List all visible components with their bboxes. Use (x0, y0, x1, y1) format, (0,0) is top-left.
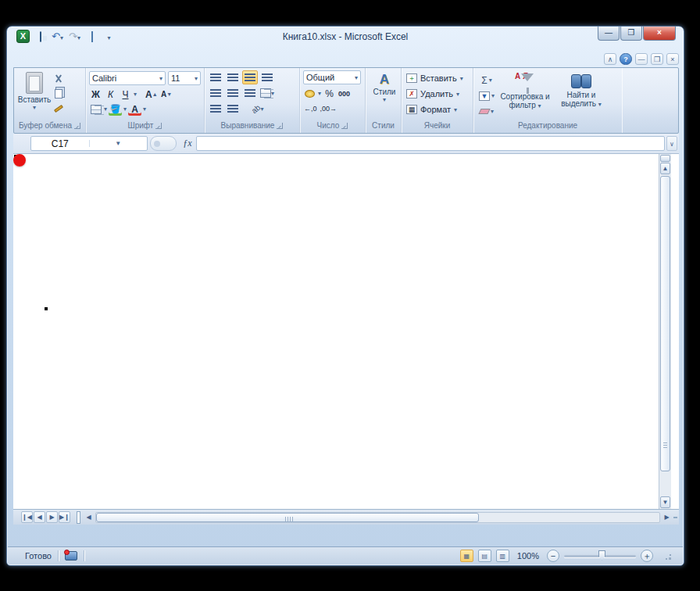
delete-cells-button[interactable]: ✗Удалить▾ (405, 86, 471, 102)
paste-button[interactable]: Вставить ▾ (17, 70, 52, 120)
clear-button[interactable]: ▾ (477, 105, 497, 118)
styles-button[interactable]: А Стили ▾ (369, 70, 400, 120)
decrease-indent-button[interactable] (208, 102, 223, 116)
format-cells-button[interactable]: ▦Формат▾ (405, 102, 471, 117)
expand-formula-bar-button[interactable]: ∨ (666, 136, 677, 151)
decrease-decimal-button[interactable]: ,00→ (320, 102, 338, 115)
number-format-combo[interactable]: Общий▾ (303, 70, 361, 84)
scroll-right-button[interactable]: ▶ (662, 512, 672, 523)
resize-grip[interactable] (662, 551, 672, 561)
minimize-button[interactable]: — (598, 27, 620, 41)
zoom-slider-track[interactable] (564, 555, 636, 557)
next-sheet-button[interactable]: ▶ (46, 511, 58, 523)
page-break-view-button[interactable]: ▥ (496, 550, 509, 562)
sheet-nav-buttons: ❙◀ ◀ ▶ ▶❙ (13, 510, 73, 525)
align-center-button[interactable] (225, 86, 241, 100)
close-button[interactable]: × (643, 27, 676, 41)
fill-button[interactable]: ▼▾ (477, 89, 497, 102)
zoom-level: 100% (517, 551, 539, 561)
scroll-up-button[interactable]: ▲ (660, 163, 670, 174)
font-color-button[interactable]: А (128, 102, 141, 116)
cells-group: ＋Вставить▾ ✗Удалить▾ ▦Формат▾ Ячейки (402, 68, 473, 133)
font-dialog-launcher[interactable] (155, 123, 162, 129)
underline-dropdown-arrow[interactable]: ▾ (134, 91, 137, 98)
prev-sheet-button[interactable]: ◀ (34, 511, 45, 523)
zoom-slider-thumb[interactable] (598, 550, 605, 561)
align-bottom-button[interactable] (242, 70, 258, 84)
align-left-icon (210, 89, 221, 91)
autosum-button[interactable]: Σ▾ (477, 73, 497, 87)
page-layout-view-button[interactable]: ▤ (478, 550, 491, 562)
copy-button[interactable] (52, 87, 66, 100)
insert-function-button[interactable]: ƒx (179, 138, 196, 149)
comma-style-button[interactable]: 000 (338, 87, 351, 100)
normal-view-button[interactable]: ▦ (460, 550, 473, 562)
accounting-dropdown-arrow[interactable]: ▾ (318, 90, 321, 97)
help-icon[interactable]: ? (620, 53, 632, 65)
format-painter-button[interactable] (52, 102, 66, 115)
zoom-in-button[interactable]: ＋ (641, 550, 653, 562)
underline-button[interactable]: Ч (119, 88, 132, 101)
name-box[interactable]: C17▼ (30, 136, 148, 151)
first-sheet-button[interactable]: ❙◀ (21, 511, 33, 523)
paste-label: Вставить (18, 95, 51, 104)
fill-color-button[interactable]: 🪣 (109, 102, 122, 116)
borders-dropdown-arrow[interactable]: ▾ (104, 106, 107, 113)
alignment-dialog-launcher[interactable] (277, 123, 283, 129)
align-top-icon (210, 73, 221, 75)
cut-button[interactable] (52, 72, 66, 85)
align-middle-button[interactable] (225, 70, 241, 84)
sheet-tabs-row: ❙◀ ◀ ▶ ▶❙ ◀ ▶ (13, 509, 679, 525)
sort-filter-button[interactable]: А Я Сортировка и фильтр ▾ (497, 70, 553, 118)
bold-button[interactable]: Ж (89, 88, 102, 101)
maximize-button[interactable]: ❒ (620, 27, 642, 41)
workbook-minimize-icon[interactable]: — (635, 53, 648, 65)
scroll-left-button[interactable]: ◀ (84, 512, 94, 523)
formula-input[interactable] (196, 136, 665, 151)
scrollbar-splitter[interactable] (673, 517, 677, 518)
font-name-combo[interactable]: Calibri▾ (89, 71, 166, 85)
orientation-button[interactable]: ab▾ (250, 102, 266, 116)
increase-indent-button[interactable] (225, 102, 241, 116)
vertical-scrollbar[interactable]: ▲ ▼ (659, 154, 671, 509)
macro-record-icon[interactable] (65, 551, 77, 561)
name-box-value: C17 (31, 138, 89, 149)
font-size-combo[interactable]: 11▾ (168, 71, 201, 85)
clipboard-dialog-launcher[interactable] (74, 123, 80, 129)
italic-button[interactable]: К (104, 88, 117, 101)
horizontal-scroll-track[interactable] (95, 512, 660, 523)
sigma-icon: Σ (481, 75, 487, 86)
align-left-button[interactable] (208, 86, 223, 100)
font-group-label: Шрифт (128, 121, 154, 130)
last-sheet-button[interactable]: ▶❙ (59, 511, 70, 523)
paste-dropdown-arrow[interactable]: ▾ (17, 104, 52, 111)
ribbon-tab-row: ∧ ? — ❒ × (13, 48, 679, 67)
fill-color-dropdown-arrow[interactable]: ▾ (123, 106, 127, 113)
number-dialog-launcher[interactable] (341, 123, 348, 129)
wrap-text-button[interactable] (259, 70, 275, 84)
percent-style-button[interactable]: % (323, 87, 336, 100)
scroll-down-button[interactable]: ▼ (660, 496, 670, 508)
zoom-out-button[interactable]: − (547, 550, 559, 562)
align-right-button[interactable] (242, 86, 258, 100)
insert-cells-button[interactable]: ＋Вставить▾ (405, 70, 471, 86)
grow-font-button[interactable]: А▲ (145, 88, 159, 101)
find-select-button[interactable]: Найти и выделить ▾ (553, 70, 609, 118)
collapse-ribbon-icon[interactable]: ∧ (604, 53, 616, 65)
workbook-restore-icon[interactable]: ❒ (651, 53, 663, 65)
vertical-scroll-thumb[interactable] (660, 176, 670, 471)
accounting-format-button[interactable] (303, 87, 316, 100)
shrink-font-button[interactable]: А▼ (160, 88, 173, 101)
merge-center-button[interactable]: ▾ (259, 86, 275, 100)
horizontal-scroll-thumb[interactable] (96, 513, 479, 522)
align-top-button[interactable] (208, 70, 223, 84)
workbook-close-icon[interactable]: × (666, 53, 679, 65)
tab-splitter[interactable] (77, 511, 80, 524)
borders-button[interactable] (89, 102, 102, 116)
font-color-dropdown-arrow[interactable]: ▾ (143, 106, 146, 113)
worksheet-area: ▲ ▼ (13, 154, 679, 509)
increase-decimal-button[interactable]: ←,0 (303, 102, 318, 115)
vertical-split-handle[interactable] (660, 155, 670, 162)
status-bar: Готово ▦ ▤ ▥ 100% − ＋ (8, 546, 683, 564)
name-box-dropdown-arrow[interactable]: ▼ (89, 140, 148, 147)
